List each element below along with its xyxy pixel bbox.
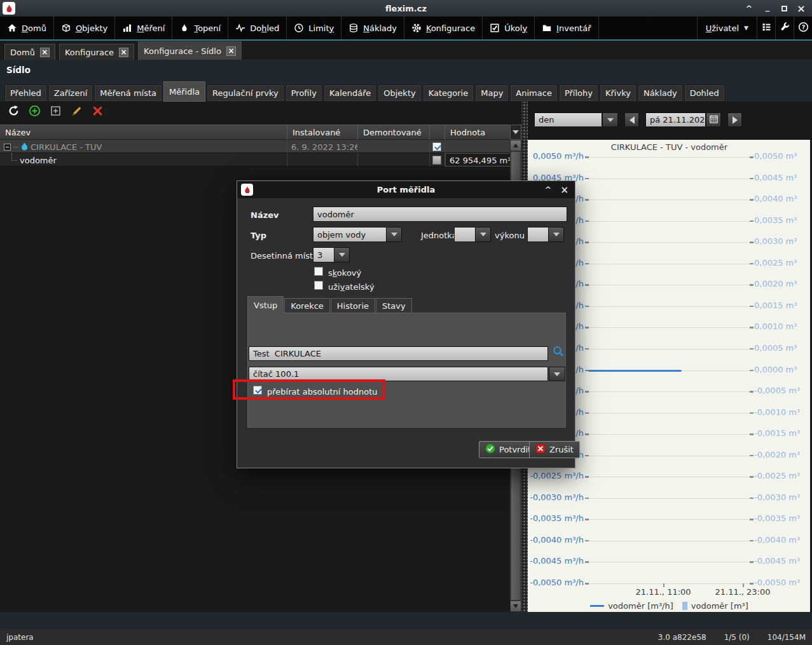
type-select[interactable]: objem vody — [313, 227, 387, 242]
confirm-check-icon — [485, 444, 495, 456]
refresh-button[interactable] — [7, 105, 20, 119]
chevron-down-icon — [554, 372, 560, 376]
next-day-button[interactable] — [727, 112, 742, 127]
menu-item-ukoly[interactable]: Úkoly — [483, 17, 535, 39]
scroll-down-button[interactable] — [510, 601, 521, 612]
unit-dropdown-button[interactable] — [475, 227, 491, 242]
subtab-regulacni-prvky[interactable]: Regulační prvky — [207, 85, 284, 102]
date-input[interactable]: pá 21.11.2025 — [645, 112, 706, 127]
table-filter-button[interactable] — [510, 125, 521, 140]
dialog-tab-vstup[interactable]: Vstup — [247, 296, 284, 313]
search-button[interactable] — [551, 345, 565, 359]
menu-item-objekty[interactable]: Objekty — [54, 17, 115, 39]
tab-konfigurace-sidlo[interactable]: Konfigurace - Sídlo× — [138, 41, 242, 60]
menu-item-limity[interactable]: Limity — [287, 17, 341, 39]
column-header-value[interactable]: Hodnota — [445, 125, 510, 140]
dialog-tab-historie[interactable]: Historie — [331, 298, 375, 313]
tab-domu[interactable]: Domů× — [4, 44, 55, 60]
shade-window-button[interactable]: ^ — [745, 4, 754, 13]
y-axis-label-right: 0,0035 m³ — [754, 215, 797, 225]
tab-label: Konfigurace — [65, 48, 114, 57]
column-header-installed[interactable]: Instalované — [287, 125, 358, 140]
column-header-removed[interactable]: Demontované — [358, 125, 430, 140]
add-button[interactable] — [28, 105, 41, 119]
power-unit-select[interactable] — [527, 227, 549, 242]
name-input[interactable]: vodoměr — [313, 207, 567, 222]
subtab-prehled[interactable]: Přehled — [4, 85, 47, 102]
period-dropdown-button[interactable] — [602, 112, 618, 127]
previous-day-button[interactable] — [624, 112, 639, 127]
y-axis-label-left: -0,0035 m³/h — [528, 513, 584, 523]
table-row[interactable]: vodoměr 62 954,495 m³ — [0, 153, 510, 166]
list-view-button[interactable] — [757, 17, 775, 39]
close-window-button[interactable]: × — [797, 3, 806, 15]
close-icon[interactable]: × — [226, 46, 236, 56]
scroll-up-button[interactable] — [510, 140, 521, 151]
add-circle-icon — [29, 105, 41, 119]
menu-item-topeni[interactable]: Topení — [172, 17, 228, 39]
expand-all-button[interactable] — [49, 105, 62, 119]
power-unit-dropdown-button[interactable] — [548, 227, 564, 242]
subtab-naklady[interactable]: Náklady — [638, 85, 683, 102]
x-axis-label: 21.11., 23:00 — [715, 587, 770, 597]
column-header-name[interactable]: Název — [0, 125, 287, 140]
gridline — [588, 200, 750, 200]
subtab-mapy[interactable]: Mapy — [475, 85, 509, 102]
absolute-value-checkbox[interactable] — [253, 386, 262, 395]
search-icon — [552, 345, 565, 360]
menu-item-dohled[interactable]: Dohled — [228, 17, 287, 39]
period-select[interactable]: den — [534, 112, 602, 127]
subtab-profily[interactable]: Profily — [286, 85, 322, 102]
dialog-tab-korekce[interactable]: Korekce — [284, 298, 330, 313]
table-row[interactable]: CIRKULACE - TUV 6. 9. 2022 13:26:27 — [0, 140, 510, 153]
row-checkbox[interactable] — [432, 142, 441, 151]
subtab-prilohy[interactable]: Přílohy — [559, 85, 598, 102]
edit-button[interactable] — [70, 105, 83, 119]
minimize-button[interactable]: _ — [763, 2, 772, 11]
stepwise-checkbox[interactable] — [314, 267, 323, 276]
statusbar: jpatera 3.0 a822e58 1/5 (0) 104/154M — [0, 629, 812, 645]
measurement-search-input[interactable]: Test CIRKULACE — [249, 346, 548, 361]
counter-select[interactable]: čítač 100.1 — [249, 367, 548, 381]
chevron-down-icon — [553, 233, 560, 236]
counter-dropdown-button[interactable] — [549, 367, 565, 381]
cancel-button[interactable]: Zrušit — [529, 441, 580, 458]
close-icon[interactable]: × — [119, 48, 128, 57]
dialog-shade-button[interactable]: ^ — [545, 185, 552, 194]
user-menu[interactable]: Uživatel ▼ — [697, 17, 757, 39]
subtab-dohled[interactable]: Dohled — [684, 85, 725, 102]
menu-item-domu[interactable]: Domů — [0, 17, 54, 39]
subtab-krivky[interactable]: Křivky — [600, 85, 637, 102]
subtab-kalendare[interactable]: Kalendáře — [324, 85, 376, 102]
menu-item-konfigurace[interactable]: Konfigurace — [404, 17, 483, 39]
type-dropdown-button[interactable] — [386, 227, 402, 242]
subtab-animace[interactable]: Animace — [510, 85, 558, 102]
column-header-check[interactable] — [430, 125, 445, 140]
gridline — [588, 327, 750, 328]
dialog-close-button[interactable]: × — [560, 184, 568, 196]
decimals-dropdown-button[interactable] — [334, 247, 350, 262]
close-icon[interactable]: × — [40, 48, 50, 57]
maximize-button[interactable] — [781, 6, 787, 11]
dialog-titlebar[interactable]: Port měřidla ^ × — [237, 181, 575, 198]
heating-icon — [179, 23, 189, 33]
collapse-expander-icon[interactable] — [4, 144, 11, 151]
tools-button[interactable] — [775, 17, 794, 39]
user-defined-checkbox[interactable] — [314, 281, 323, 290]
subtab-kategorie[interactable]: Kategorie — [423, 85, 474, 102]
subtab-zarizeni[interactable]: Zařízení — [48, 85, 93, 102]
subtab-meridla[interactable]: Měřidla — [163, 81, 205, 102]
dialog-tab-stavy[interactable]: Stavy — [376, 298, 412, 313]
menu-item-inventar[interactable]: Inventář — [535, 17, 598, 39]
subtab-objekty[interactable]: Objekty — [378, 85, 421, 102]
tab-konfigurace[interactable]: Konfigurace× — [59, 44, 134, 60]
decimals-select[interactable]: 3 — [313, 247, 334, 262]
menu-item-naklady[interactable]: Náklady — [341, 17, 404, 39]
delete-button[interactable] — [91, 105, 104, 119]
menu-item-label: Dohled — [250, 24, 279, 33]
unit-select[interactable] — [454, 227, 476, 242]
calendar-button[interactable] — [706, 112, 721, 127]
help-button[interactable]: ? — [794, 17, 812, 39]
menu-item-mereni[interactable]: Měření — [115, 17, 172, 39]
subtab-merena-mista[interactable]: Měřená místa — [94, 85, 162, 102]
